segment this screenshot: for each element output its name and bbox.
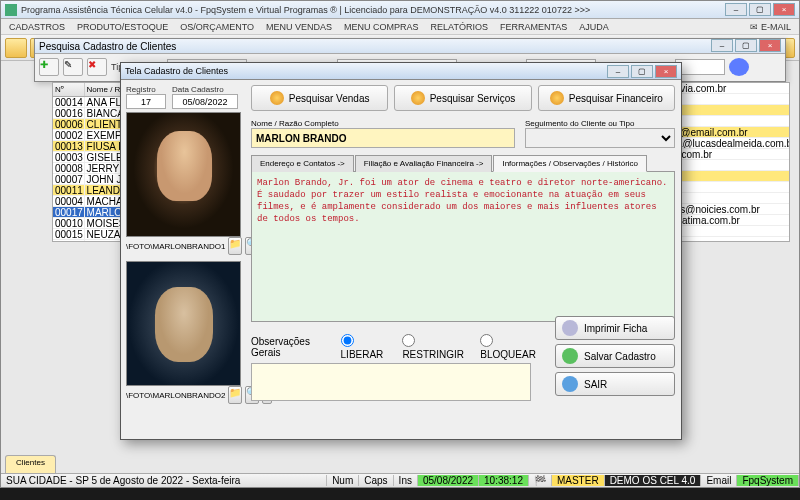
registro-label: Registro: [126, 85, 166, 94]
status-master: MASTER: [552, 475, 605, 486]
data-cadastro-input[interactable]: [172, 94, 238, 109]
menu-ajuda[interactable]: AJUDA: [579, 22, 609, 32]
minimize-button[interactable]: –: [725, 3, 747, 16]
name-field[interactable]: MARLON BRANDO: [251, 128, 515, 148]
menu-produto[interactable]: PRODUTO/ESTOQUE: [77, 22, 168, 32]
app-icon: [5, 4, 17, 16]
photo2-folder-icon[interactable]: 📁: [228, 386, 242, 404]
status-email[interactable]: Email: [701, 475, 737, 486]
status-fpq[interactable]: FpqSystem: [737, 475, 799, 486]
search-close-button[interactable]: ×: [759, 39, 781, 52]
status-location: SUA CIDADE - SP 5 de Agosto de 2022 - Se…: [1, 475, 327, 486]
info-textarea[interactable]: Marlon Brando, Jr. foi um ator de cinema…: [251, 172, 675, 322]
pesquisar-vendas-button[interactable]: Pesquisar Vendas: [251, 85, 388, 111]
tab-filiacao[interactable]: Filiação e Avaliação Financeira ->: [355, 155, 493, 172]
menu-vendas[interactable]: MENU VENDAS: [266, 22, 332, 32]
status-ins: Ins: [394, 475, 418, 486]
col-num[interactable]: Nº: [53, 83, 85, 96]
photo-1: [126, 112, 241, 237]
modal-maximize-button[interactable]: ▢: [631, 65, 653, 78]
photo1-folder-icon[interactable]: 📁: [228, 237, 242, 255]
obs-textarea[interactable]: [251, 363, 531, 401]
photo1-path: \FOTO\MARLONBRANDO1: [126, 240, 225, 253]
edit-icon[interactable]: ✎: [63, 58, 83, 76]
salvar-button[interactable]: Salvar Cadastro: [555, 344, 675, 368]
menu-cadastros[interactable]: CADASTROS: [9, 22, 65, 32]
print-icon: [562, 320, 578, 336]
obs-label: Observações Gerais: [251, 336, 329, 358]
radio-bloquear[interactable]: BLOQUEAR: [480, 334, 541, 360]
envelope-icon: ✉: [750, 22, 758, 32]
tab-informacoes[interactable]: Informações / Observações / Histórico: [493, 155, 647, 172]
main-titlebar: Programa Assistência Técnica Celular v4.…: [1, 1, 799, 19]
data-cadastro-label: Data Cadastro: [172, 85, 238, 94]
track-phone-input[interactable]: [675, 59, 725, 75]
search-minimize-button[interactable]: –: [711, 39, 733, 52]
pesquisar-financeiro-button[interactable]: Pesquisar Financeiro: [538, 85, 675, 111]
app-title: Programa Assistência Técnica Celular v4.…: [21, 5, 725, 15]
photo2-path: \FOTO\MARLONBRANDO2: [126, 389, 225, 402]
name-label: Nome / Razão Completo: [251, 119, 339, 128]
registro-input[interactable]: [126, 94, 166, 109]
search-window-title: Pesquisa Cadastro de Clientes: [39, 39, 711, 53]
menu-compras[interactable]: MENU COMPRAS: [344, 22, 419, 32]
radio-restringir[interactable]: RESTRINGIR: [402, 334, 468, 360]
save-icon: [562, 348, 578, 364]
imprimir-button[interactable]: Imprimir Ficha: [555, 316, 675, 340]
menu-relatorios[interactable]: RELATÓRIOS: [431, 22, 488, 32]
status-caps: Caps: [359, 475, 393, 486]
sair-button[interactable]: SAIR: [555, 372, 675, 396]
segment-select[interactable]: [525, 128, 675, 148]
status-num: Num: [327, 475, 359, 486]
close-button[interactable]: ×: [773, 3, 795, 16]
modal-close-button[interactable]: ×: [655, 65, 677, 78]
modal-title: Tela Cadastro de Clientes: [125, 66, 607, 76]
maximize-button[interactable]: ▢: [749, 3, 771, 16]
radio-liberar[interactable]: LIBERAR: [341, 334, 391, 360]
go-button[interactable]: [729, 58, 749, 76]
status-demo: DEMO OS CEL 4.0: [605, 475, 702, 486]
segment-label: Seguimento do Cliente ou Tipo: [525, 119, 634, 128]
exit-icon: [562, 376, 578, 392]
delete-icon[interactable]: ✖: [87, 58, 107, 76]
coin-icon: [270, 91, 284, 105]
service-icon: [411, 91, 425, 105]
bottom-tabstrip: Clientes: [5, 455, 56, 473]
status-time: 10:38:12: [479, 475, 529, 486]
menu-os[interactable]: OS/ORÇAMENTO: [180, 22, 254, 32]
pesquisar-servicos-button[interactable]: Pesquisar Serviços: [394, 85, 531, 111]
status-flag-icon: 🏁: [529, 475, 552, 486]
modal-minimize-button[interactable]: –: [607, 65, 629, 78]
menu-ferramentas[interactable]: FERRAMENTAS: [500, 22, 567, 32]
photo-2: [126, 261, 241, 386]
statusbar: SUA CIDADE - SP 5 de Agosto de 2022 - Se…: [1, 473, 799, 487]
tab-clientes[interactable]: Clientes: [5, 455, 56, 473]
search-maximize-button[interactable]: ▢: [735, 39, 757, 52]
status-date: 05/08/2022: [418, 475, 479, 486]
tab-endereco[interactable]: Endereço e Contatos ->: [251, 155, 354, 172]
client-form-modal: Tela Cadastro de Clientes – ▢ × Registro…: [120, 62, 682, 440]
finance-icon: [550, 91, 564, 105]
menu-email[interactable]: ✉E-MAIL: [750, 22, 791, 32]
tool-btn-1[interactable]: [5, 38, 27, 58]
add-icon[interactable]: ✚: [39, 58, 59, 76]
menubar: CADASTROS PRODUTO/ESTOQUE OS/ORÇAMENTO M…: [1, 19, 799, 35]
